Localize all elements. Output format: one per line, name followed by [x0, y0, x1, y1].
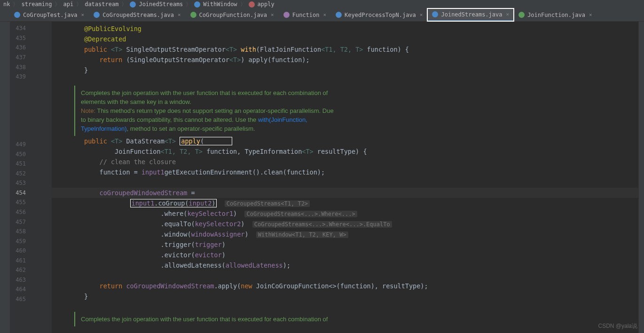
- editor-tab[interactable]: JoinedStreams.java×: [427, 8, 514, 21]
- close-icon[interactable]: ×: [323, 12, 326, 18]
- tab-label: Function: [292, 12, 320, 18]
- javadoc-block: Completes the join operation with the us…: [74, 86, 638, 136]
- watermark: CSDN @yala说: [598, 322, 637, 330]
- line-number[interactable]: 450: [11, 151, 26, 158]
- line-number[interactable]: 465: [11, 296, 26, 302]
- current-line[interactable]: coGroupedWindowedStream =: [52, 188, 638, 198]
- line-number[interactable]: 436: [11, 44, 26, 51]
- tab-label: KeyedProcessTopN.java: [345, 12, 416, 18]
- tab-label: JoinedStreams.java: [441, 11, 502, 18]
- interface-icon: [518, 12, 525, 18]
- close-icon[interactable]: ×: [271, 12, 274, 18]
- line-number[interactable]: 455: [11, 199, 26, 206]
- interface-icon: [190, 12, 196, 18]
- class-icon: [432, 11, 438, 17]
- type-hint: CoGroupedStreams<T1, T2>: [225, 200, 310, 207]
- func-icon: [283, 12, 290, 18]
- tab-label: CoGroupTest.java: [23, 12, 78, 18]
- error-stripe[interactable]: [638, 22, 644, 333]
- close-icon[interactable]: ×: [420, 12, 423, 18]
- line-number[interactable]: 454: [11, 190, 26, 196]
- class-icon: [194, 1, 200, 8]
- line-number[interactable]: 463: [11, 277, 26, 283]
- comment: // clean the closure: [100, 158, 176, 166]
- line-number[interactable]: 458: [11, 228, 26, 235]
- method-icon: [249, 1, 255, 8]
- line-number[interactable]: 459: [11, 238, 26, 245]
- crumb[interactable]: datastream: [85, 1, 118, 8]
- line-number[interactable]: 451: [11, 160, 26, 167]
- editor-tab[interactable]: KeyedProcessTopN.java×: [331, 8, 427, 21]
- crumb[interactable]: nk: [3, 1, 10, 8]
- javadoc-block: Completes the join operation with the us…: [74, 312, 638, 326]
- tab-label: JoinFunction.java: [527, 12, 585, 18]
- line-number[interactable]: 456: [11, 209, 26, 215]
- close-icon[interactable]: ×: [81, 12, 85, 18]
- line-number[interactable]: 435: [11, 35, 26, 41]
- method-name: with: [241, 46, 256, 53]
- line-number[interactable]: 439: [11, 73, 26, 80]
- line-number[interactable]: 449: [11, 141, 26, 148]
- editor-tab[interactable]: Function×: [279, 8, 331, 21]
- close-icon[interactable]: ×: [506, 11, 510, 17]
- editor-tabs: CoGroupTest.java×CoGroupedStreams.java×C…: [0, 8, 644, 22]
- type-hint: WithWindow<T1, T2, KEY, W>: [256, 231, 348, 238]
- code-editor[interactable]: @PublicEvolving @Deprecated public <T> S…: [52, 22, 638, 333]
- line-number[interactable]: 438: [11, 64, 26, 71]
- editor-tab[interactable]: CoGroupTest.java×: [9, 8, 89, 21]
- line-number[interactable]: 434: [11, 25, 26, 32]
- tab-label: CoGroupFunction.java: [199, 12, 267, 18]
- editor-tab[interactable]: CoGroupFunction.java×: [186, 8, 279, 21]
- line-number[interactable]: 452: [11, 170, 26, 177]
- annotation: @PublicEvolving: [84, 25, 141, 32]
- line-number[interactable]: 437: [11, 54, 26, 61]
- line-number[interactable]: 462: [11, 267, 26, 273]
- close-icon[interactable]: ×: [178, 12, 181, 18]
- gutter: 4344354364374384394494504514524534544554…: [10, 22, 52, 333]
- class-icon: [336, 12, 342, 18]
- type-hint: CoGroupedStreams<...>.Where<...>: [244, 211, 357, 217]
- type-hint: CoGroupedStreams<...>.Where<...>.EqualTo: [252, 221, 392, 228]
- annotation: @Deprecated: [84, 35, 126, 43]
- breadcrumb[interactable]: nk〉 streaming〉 api〉 datastream〉 JoinedSt…: [0, 0, 644, 8]
- line-number[interactable]: 461: [11, 257, 26, 264]
- line-number[interactable]: 460: [11, 247, 26, 254]
- crumb[interactable]: JoinedStreams: [139, 1, 183, 8]
- line-number[interactable]: 457: [11, 219, 26, 225]
- editor-tab[interactable]: CoGroupedStreams.java×: [89, 8, 185, 21]
- tab-label: CoGroupedStreams.java: [102, 12, 174, 18]
- class-icon: [14, 12, 20, 18]
- class-icon: [130, 1, 136, 8]
- highlighted-method: apply(: [180, 137, 232, 145]
- line-number[interactable]: 464: [11, 286, 26, 293]
- class-icon: [94, 12, 100, 18]
- close-icon[interactable]: ×: [589, 12, 592, 18]
- crumb[interactable]: streaming: [21, 1, 52, 8]
- editor-tab[interactable]: JoinFunction.java×: [514, 8, 597, 21]
- crumb[interactable]: api: [63, 1, 73, 8]
- crumb[interactable]: apply: [258, 1, 275, 8]
- line-number[interactable]: 453: [11, 180, 26, 186]
- highlighted-call: input1.coGroup(input2): [130, 199, 217, 207]
- tool-sidebar[interactable]: [0, 22, 10, 333]
- crumb[interactable]: WithWindow: [203, 1, 237, 8]
